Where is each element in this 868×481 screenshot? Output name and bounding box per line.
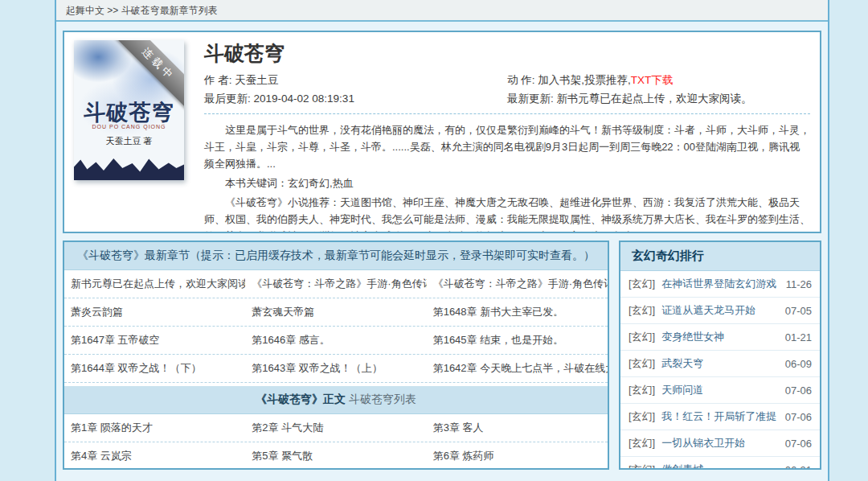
chapter-link[interactable]: 新书元尊已在起点上传，欢迎大家阅读。 — [64, 270, 245, 298]
chapter-link[interactable]: 《斗破苍穹：斗帝之路》手游·角色传记 — [245, 270, 426, 298]
category-tag: [玄幻] — [628, 303, 655, 318]
book-info: 斗破苍穹 作 者: 天蚕土豆 动 作: 加入书架,投票推荐,TXT下载 最后更新… — [194, 40, 810, 227]
keywords-label: 本书关键词： — [225, 177, 288, 189]
keywords-line: 本书关键词：玄幻奇幻,热血 — [204, 175, 810, 191]
list-item: [玄幻] 证道从遮天龙马开始 07-05 — [620, 298, 820, 324]
ranking-book-link[interactable]: 武裂天穹 — [661, 356, 780, 371]
main-text-header-sub: 斗破苍穹列表 — [349, 393, 416, 405]
category-tag: [玄幻] — [628, 409, 655, 424]
author-link[interactable]: 天蚕土豆 — [235, 74, 278, 86]
main-chapters-table: 第1章 陨落的天才 第2章 斗气大陆 第3章 客人 第4章 云岚宗 第5章 聚气… — [64, 414, 608, 470]
actions-label: 动 作: — [507, 74, 535, 86]
category-tag: [玄幻] — [628, 277, 655, 291]
info-row-2: 最后更新: 2019-04-02 08:19:31 最新更新: 新书元尊已在起点… — [204, 92, 810, 106]
content-container: 起舞中文 >> 斗破苍穹最新章节列表 斗破苍穹 DOU PO CANG QION… — [55, 0, 829, 481]
chapter-link[interactable]: 萧炎云韵篇 — [64, 298, 245, 326]
info-row-1: 作 者: 天蚕土豆 动 作: 加入书架,投票推荐,TXT下载 — [204, 73, 810, 88]
cover-silhouette-art — [74, 156, 184, 180]
table-row: 第1章 陨落的天才 第2章 斗气大陆 第3章 客人 — [64, 414, 608, 442]
cover-pinyin-text: DOU PO CANG QIONG — [74, 124, 184, 130]
main-text-header-title: 《斗破苍穹》正文 — [256, 393, 346, 405]
chapter-link[interactable]: 第1643章 双帝之战！（上） — [245, 355, 426, 382]
actions-field: 动 作: 加入书架,投票推荐,TXT下载 — [507, 73, 810, 88]
list-item: [玄幻] 武裂天穹 06-09 — [620, 351, 820, 377]
update-date: 06-21 — [785, 464, 812, 471]
ranking-book-link[interactable]: 一切从锦衣卫开始 — [661, 436, 780, 450]
category-tag: [玄幻] — [628, 356, 655, 371]
book-info-box: 斗破苍穹 DOU PO CANG QIONG 天蚕土豆 著 连载中 斗破苍穹 作… — [63, 31, 821, 233]
ranking-list: [玄幻] 在神话世界登陆玄幻游戏 11-26 [玄幻] 证道从遮天龙马开始 07… — [620, 271, 820, 470]
chapter-link[interactable]: 第3章 客人 — [427, 414, 608, 442]
last-update-field: 最后更新: 2019-04-02 08:19:31 — [204, 92, 507, 106]
chapter-link[interactable]: 第6章 炼药师 — [427, 442, 608, 470]
category-tag: [玄幻] — [628, 330, 655, 344]
breadcrumb-link[interactable]: 起舞中文 >> 斗破苍穹最新章节列表 — [66, 5, 218, 16]
chapter-link[interactable]: 第1645章 结束，也是开始。 — [427, 327, 608, 354]
chapter-link[interactable]: 第4章 云岚宗 — [64, 442, 245, 470]
keywords-link[interactable]: 玄幻奇幻,热血 — [288, 177, 354, 189]
chapter-link[interactable]: 第1642章 今天晚上七点半，斗破在线大 — [427, 355, 608, 382]
ranking-book-link[interactable]: 傲剑青城 — [661, 462, 780, 470]
ranking-sidebar: 玄幻奇幻排行 [玄幻] 在神话世界登陆玄幻游戏 11-26 [玄幻] 证道从遮天… — [619, 240, 821, 470]
page-title: 斗破苍穹 — [204, 40, 810, 67]
latest-update-label: 最新更新: — [507, 92, 554, 105]
category-tag: [玄幻] — [628, 436, 655, 450]
chapter-link[interactable]: 第1章 陨落的天才 — [64, 414, 245, 442]
ranking-book-link[interactable]: 在神话世界登陆玄幻游戏 — [661, 277, 780, 291]
update-date: 07-06 — [785, 438, 812, 450]
ranking-book-link[interactable]: 证道从遮天龙马开始 — [661, 303, 780, 318]
author-field: 作 者: 天蚕土豆 — [204, 73, 507, 88]
table-row: 第1647章 五帝破空 第1646章 感言。 第1645章 结束，也是开始。 — [64, 327, 608, 355]
chapter-link[interactable]: 萧玄魂天帝篇 — [245, 298, 426, 326]
last-update-label: 最后更新: — [204, 92, 251, 105]
chapter-link[interactable]: 第1646章 感言。 — [245, 327, 426, 354]
update-date: 07-05 — [785, 305, 812, 317]
ranking-header: 玄幻奇幻排行 — [620, 242, 820, 271]
update-date: 07-06 — [785, 384, 812, 397]
vote-recommend-link[interactable]: 投票推荐, — [584, 74, 631, 86]
chapter-link[interactable]: 第5章 聚气散 — [245, 442, 426, 470]
list-item: [玄幻] 傲剑青城 06-21 — [620, 457, 820, 470]
table-row: 第4章 云岚宗 第5章 聚气散 第6章 炼药师 — [64, 442, 608, 470]
list-item: [玄幻] 一切从锦衣卫开始 07-06 — [620, 430, 820, 457]
update-date: 06-09 — [785, 358, 812, 370]
list-item: [玄幻] 我！红云！开局斩了准提！ 07-06 — [620, 404, 820, 430]
category-tag: [玄幻] — [628, 383, 655, 397]
ranking-book-link[interactable]: 变身绝世女神 — [661, 330, 780, 344]
table-row: 第1644章 双帝之战！（下） 第1643章 双帝之战！（上） 第1642章 今… — [64, 355, 608, 383]
main-text-header: 《斗破苍穹》正文斗破苍穹列表 — [64, 386, 608, 414]
table-row: 萧炎云韵篇 萧玄魂天帝篇 第1648章 新书大主宰已发。 — [64, 298, 608, 327]
chapter-link[interactable]: 第1647章 五帝破空 — [64, 327, 245, 354]
chapter-link[interactable]: 第1648章 新书大主宰已发。 — [427, 298, 608, 326]
lower-area: 《斗破苍穹》最新章节（提示：已启用缓存技术，最新章节可能会延时显示，登录书架即可… — [63, 240, 821, 470]
ranking-book-link[interactable]: 天师问道 — [661, 383, 780, 397]
last-update-value: 2019-04-02 08:19:31 — [254, 92, 354, 105]
latest-chapters-header: 《斗破苍穹》最新章节（提示：已启用缓存技术，最新章节可能会延时显示，登录书架即可… — [64, 242, 608, 270]
chapter-link[interactable]: 第1644章 双帝之战！（下） — [64, 355, 245, 382]
table-row: 新书元尊已在起点上传，欢迎大家阅读。 《斗破苍穹：斗帝之路》手游·角色传记 《斗… — [64, 270, 608, 298]
add-bookshelf-link[interactable]: 加入书架, — [538, 74, 584, 86]
chapter-link[interactable]: 《斗破苍穹：斗帝之路》手游·角色传记 — [427, 270, 608, 298]
breadcrumb: 起舞中文 >> 斗破苍穹最新章节列表 — [56, 0, 828, 22]
chapter-list-box: 《斗破苍穹》最新章节（提示：已启用缓存技术，最新章节可能会延时显示，登录书架即可… — [63, 240, 609, 470]
list-item: [玄幻] 在神话世界登陆玄幻游戏 11-26 — [620, 271, 820, 298]
recommend-line: 《斗破苍穹》小说推荐：天道图书馆、神印王座、神魔大唐之无敌召唤、超维进化异世界、… — [204, 194, 810, 233]
author-label: 作 者: — [204, 74, 232, 86]
book-cover-wrap: 斗破苍穹 DOU PO CANG QIONG 天蚕土豆 著 连载中 — [74, 40, 194, 227]
chapter-link[interactable]: 第2章 斗气大陆 — [245, 414, 426, 442]
description-block: 这里是属于斗气的世界，没有花俏艳丽的魔法，有的，仅仅是繁衍到巅峰的斗气！新书等级… — [204, 113, 810, 233]
list-item: [玄幻] 天师问道 07-06 — [620, 377, 820, 404]
list-item: [玄幻] 变身绝世女神 01-21 — [620, 324, 820, 351]
update-date: 07-06 — [785, 411, 812, 423]
book-cover-image[interactable]: 斗破苍穹 DOU PO CANG QIONG 天蚕土豆 著 连载中 — [74, 40, 184, 180]
cover-author-text: 天蚕土豆 著 — [74, 135, 184, 147]
update-date: 01-21 — [785, 331, 812, 343]
category-tag: [玄幻] — [628, 462, 655, 470]
latest-chapters-table: 新书元尊已在起点上传，欢迎大家阅读。 《斗破苍穹：斗帝之路》手游·角色传记 《斗… — [64, 270, 608, 383]
txt-download-link[interactable]: TXT下载 — [631, 74, 674, 86]
latest-update-field: 最新更新: 新书元尊已在起点上传，欢迎大家阅读。 — [507, 92, 810, 106]
book-description: 这里是属于斗气的世界，没有花俏艳丽的魔法，有的，仅仅是繁衍到巅峰的斗气！新书等级… — [204, 121, 810, 172]
cover-title-text: 斗破苍穹 — [74, 98, 184, 127]
ranking-book-link[interactable]: 我！红云！开局斩了准提！ — [661, 409, 780, 424]
latest-update-link[interactable]: 新书元尊已在起点上传，欢迎大家阅读。 — [557, 92, 752, 105]
